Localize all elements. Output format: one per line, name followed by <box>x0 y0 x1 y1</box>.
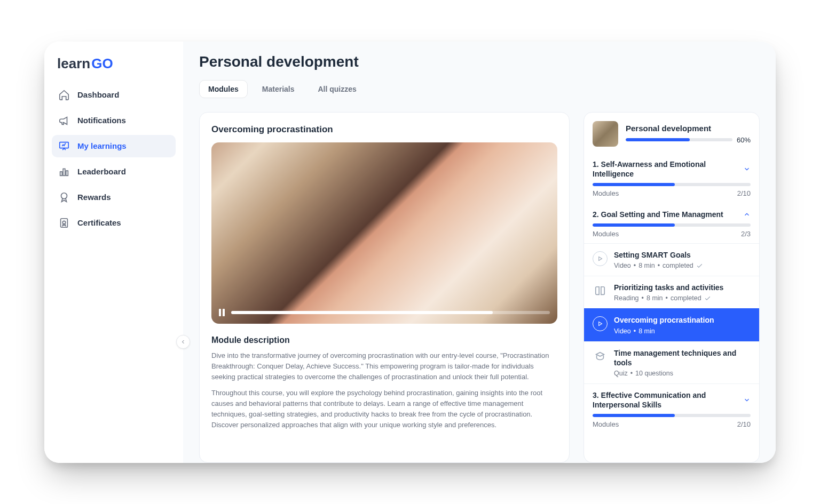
nav-leaderboard[interactable]: Leaderboard <box>52 161 176 183</box>
video-controls <box>219 309 550 316</box>
course-progress-fill <box>626 138 690 141</box>
content-row: Overcoming procrastination Module descri… <box>183 98 776 463</box>
section-progress-fill <box>593 183 675 186</box>
sidebar: learnGO Dashboard Notifications My learn… <box>44 42 183 463</box>
lesson-meta: Reading • 8 min • completed <box>614 294 751 302</box>
nav-rewards[interactable]: Rewards <box>52 186 176 209</box>
tab-materials[interactable]: Materials <box>253 80 304 98</box>
lesson-title: Prioritizing tasks and activities <box>614 283 751 292</box>
section-modules-label: Modules <box>593 230 619 238</box>
chevron-down-icon <box>743 165 751 173</box>
nav-notifications[interactable]: Notifications <box>52 109 176 132</box>
nav-label: Dashboard <box>77 90 119 99</box>
logo: learnGO <box>52 55 176 81</box>
tabs: Modules Materials All quizzes <box>199 80 760 98</box>
video-progress-track[interactable] <box>231 311 550 314</box>
lesson-title: Time management techniques and tools <box>614 348 751 367</box>
lesson-meta: Quiz • 10 questions <box>614 370 751 377</box>
svg-rect-3 <box>66 171 68 175</box>
section-title: 1. Self-Awarness and Emotional Intellige… <box>593 159 739 179</box>
nav-certificates[interactable]: Certificates <box>52 212 176 234</box>
section-progress-bar <box>593 223 751 227</box>
section-title: 3. Effective Communication and Interpers… <box>593 390 739 410</box>
module-title: Overcoming procrastination <box>211 124 557 135</box>
nav-dashboard[interactable]: Dashboard <box>52 84 176 106</box>
svg-marker-8 <box>599 322 602 326</box>
section-count: 2/10 <box>737 420 751 428</box>
description-paragraph: Dive into the transformative journey of … <box>211 350 557 382</box>
section-progress-bar <box>593 414 751 417</box>
chevron-left-icon <box>180 339 186 345</box>
lesson-item[interactable]: Setting SMART Goals Video • 8 min • comp… <box>584 243 759 276</box>
lesson-title: Overcoming procrastination <box>614 315 751 325</box>
lesson-meta: Video • 8 min • completed <box>614 262 751 269</box>
nav-my-learnings[interactable]: My learnings <box>52 135 176 157</box>
nav-label: Leaderboard <box>77 167 126 176</box>
module-card: Overcoming procrastination Module descri… <box>199 112 570 463</box>
page-title: Personal development <box>199 53 760 70</box>
main: Personal development Modules Materials A… <box>183 42 776 463</box>
home-icon <box>58 89 70 101</box>
certificate-icon <box>58 217 70 229</box>
course-outline-panel: Personal development 60% 1. Self-Awarnes… <box>584 112 760 463</box>
section-progress-bar <box>593 183 751 186</box>
section-progress-fill <box>593 414 675 417</box>
tab-quizzes[interactable]: All quizzes <box>309 80 365 98</box>
book-icon <box>593 284 608 299</box>
chart-icon <box>58 166 70 178</box>
lesson-item[interactable]: Time management techniques and tools Qui… <box>584 341 759 383</box>
outline-section[interactable]: 2. Goal Setting and Time Managment Modul… <box>584 203 759 243</box>
logo-part2: GO <box>91 55 113 72</box>
header: Personal development Modules Materials A… <box>183 42 776 98</box>
play-icon <box>593 316 608 331</box>
section-count: 2/3 <box>741 230 751 238</box>
lesson-item[interactable]: Prioritizing tasks and activities Readin… <box>584 276 759 308</box>
check-icon <box>696 262 703 269</box>
logo-part1: learn <box>57 55 90 72</box>
svg-rect-2 <box>63 169 65 175</box>
app-card: learnGO Dashboard Notifications My learn… <box>44 42 776 463</box>
svg-point-6 <box>62 221 66 224</box>
nav-label: Notifications <box>77 116 126 125</box>
video-player[interactable] <box>211 142 557 324</box>
course-thumbnail <box>593 121 618 147</box>
section-modules-label: Modules <box>593 420 619 428</box>
nav-label: My learnings <box>77 141 127 150</box>
tab-modules[interactable]: Modules <box>199 80 248 98</box>
award-icon <box>58 191 70 203</box>
svg-marker-7 <box>599 257 602 261</box>
video-progress-fill <box>231 311 493 314</box>
chevron-down-icon <box>743 396 751 404</box>
pause-button[interactable] <box>219 309 225 316</box>
megaphone-icon <box>58 115 70 126</box>
svg-rect-5 <box>61 218 68 227</box>
course-progress-percent: 60% <box>737 136 751 144</box>
nav-label: Rewards <box>77 193 111 202</box>
check-icon <box>704 295 711 302</box>
svg-rect-1 <box>60 172 62 175</box>
sidebar-collapse-toggle[interactable] <box>176 335 190 349</box>
presentation-icon <box>58 140 70 152</box>
section-count: 2/10 <box>737 189 751 197</box>
lesson-item-current[interactable]: Overcoming procrastination Video • 8 min <box>584 308 759 341</box>
svg-point-4 <box>61 193 67 198</box>
section-modules-label: Modules <box>593 189 619 197</box>
lesson-title: Setting SMART Goals <box>614 250 751 260</box>
outline-section[interactable]: 3. Effective Communication and Interpers… <box>584 383 759 434</box>
section-progress-fill <box>593 223 675 227</box>
quiz-icon <box>593 349 608 364</box>
nav-label: Certificates <box>77 218 121 227</box>
description-heading: Module description <box>211 335 557 345</box>
play-icon <box>593 251 608 266</box>
chevron-up-icon <box>743 211 751 218</box>
course-progress-bar <box>626 138 732 141</box>
lesson-meta: Video • 8 min <box>614 327 751 335</box>
course-title: Personal development <box>626 124 751 133</box>
section-title: 2. Goal Setting and Time Managment <box>593 210 723 219</box>
course-header: Personal development 60% <box>584 113 759 153</box>
description-paragraph: Throughout this course, you will explore… <box>211 388 557 431</box>
outline-section[interactable]: 1. Self-Awarness and Emotional Intellige… <box>584 153 759 203</box>
